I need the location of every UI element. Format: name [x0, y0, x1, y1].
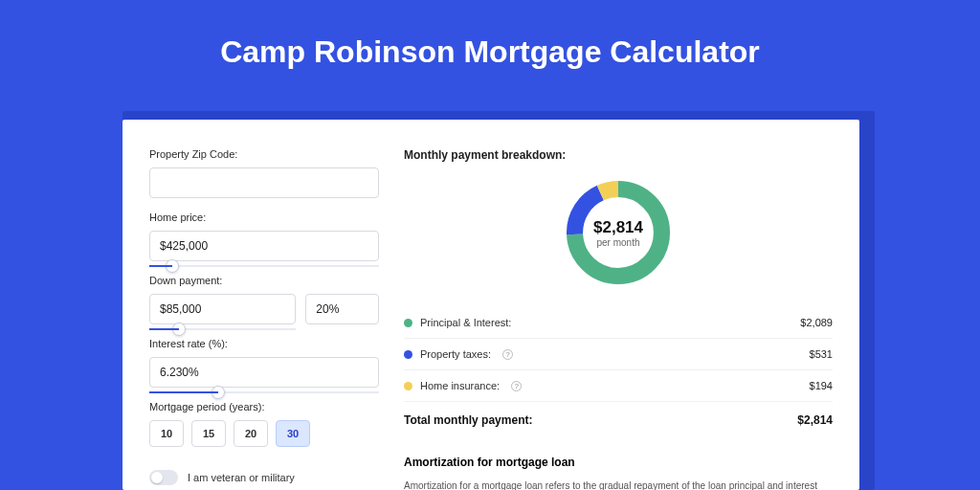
- period-label: Mortgage period (years):: [149, 401, 379, 412]
- home-price-input[interactable]: [149, 231, 379, 261]
- legend-value: $2,089: [800, 317, 833, 328]
- home-price-label: Home price:: [149, 212, 379, 223]
- period-field: Mortgage period (years): 10 15 20 30: [149, 401, 379, 447]
- down-payment-input[interactable]: [149, 294, 296, 324]
- legend-row-principal: Principal & Interest: $2,089: [404, 307, 833, 339]
- rate-label: Interest rate (%):: [149, 338, 379, 349]
- legend-row-insurance: Home insurance: ? $194: [404, 370, 833, 402]
- donut-chart: $2,814 per month: [561, 175, 676, 290]
- slider-thumb[interactable]: [212, 386, 225, 399]
- slider-thumb[interactable]: [172, 323, 186, 336]
- period-30[interactable]: 30: [276, 420, 310, 447]
- legend-label: Property taxes:: [420, 348, 491, 360]
- info-icon[interactable]: ?: [502, 349, 513, 360]
- amort-title: Amortization for mortgage loan: [404, 456, 833, 469]
- dot-icon: [404, 350, 412, 359]
- breakdown-title: Monthly payment breakdown:: [404, 148, 833, 162]
- down-payment-field: Down payment:: [149, 275, 379, 324]
- breakdown-panel: Monthly payment breakdown: $2,814 per mo…: [404, 148, 833, 490]
- total-value: $2,814: [797, 413, 833, 427]
- period-options: 10 15 20 30: [149, 420, 379, 447]
- total-label: Total monthly payment:: [404, 413, 532, 427]
- calculator-card: Property Zip Code: Home price: Down paym…: [122, 120, 859, 490]
- legend-row-total: Total monthly payment: $2,814: [404, 402, 833, 442]
- zip-input[interactable]: [149, 167, 379, 198]
- donut-wrap: $2,814 per month: [404, 175, 833, 290]
- amort-text: Amortization for a mortgage loan refers …: [404, 479, 833, 490]
- donut-sub: per month: [596, 237, 639, 248]
- legend-label: Home insurance:: [420, 380, 500, 391]
- page: Camp Robinson Mortgage Calculator Proper…: [0, 0, 980, 490]
- home-price-field: Home price:: [149, 212, 379, 261]
- period-15[interactable]: 15: [191, 420, 226, 447]
- donut-center: $2,814 per month: [561, 175, 676, 290]
- rate-slider[interactable]: [149, 391, 379, 393]
- slider-thumb[interactable]: [166, 259, 179, 273]
- rate-field: Interest rate (%):: [149, 338, 379, 388]
- period-20[interactable]: 20: [234, 420, 268, 447]
- down-payment-pct-input[interactable]: [305, 294, 379, 324]
- zip-label: Property Zip Code:: [149, 148, 379, 160]
- rate-input[interactable]: [149, 357, 379, 388]
- donut-amount: $2,814: [593, 218, 643, 237]
- period-10[interactable]: 10: [149, 420, 184, 447]
- military-toggle[interactable]: [149, 470, 178, 485]
- page-title: Camp Robinson Mortgage Calculator: [0, 0, 980, 93]
- zip-field: Property Zip Code:: [149, 148, 379, 198]
- down-payment-label: Down payment:: [149, 275, 379, 286]
- dot-icon: [404, 382, 412, 390]
- home-price-slider[interactable]: [149, 265, 379, 267]
- legend: Principal & Interest: $2,089 Property ta…: [404, 307, 833, 442]
- legend-value: $194: [810, 380, 833, 391]
- down-payment-slider[interactable]: [149, 328, 296, 330]
- legend-label: Principal & Interest:: [420, 317, 511, 328]
- military-row: I am veteran or military: [149, 470, 379, 485]
- legend-value: $531: [810, 348, 833, 360]
- legend-row-taxes: Property taxes: ? $531: [404, 339, 833, 370]
- dot-icon: [404, 319, 412, 327]
- military-label: I am veteran or military: [188, 472, 295, 483]
- info-icon[interactable]: ?: [511, 381, 522, 391]
- form-panel: Property Zip Code: Home price: Down paym…: [149, 148, 379, 490]
